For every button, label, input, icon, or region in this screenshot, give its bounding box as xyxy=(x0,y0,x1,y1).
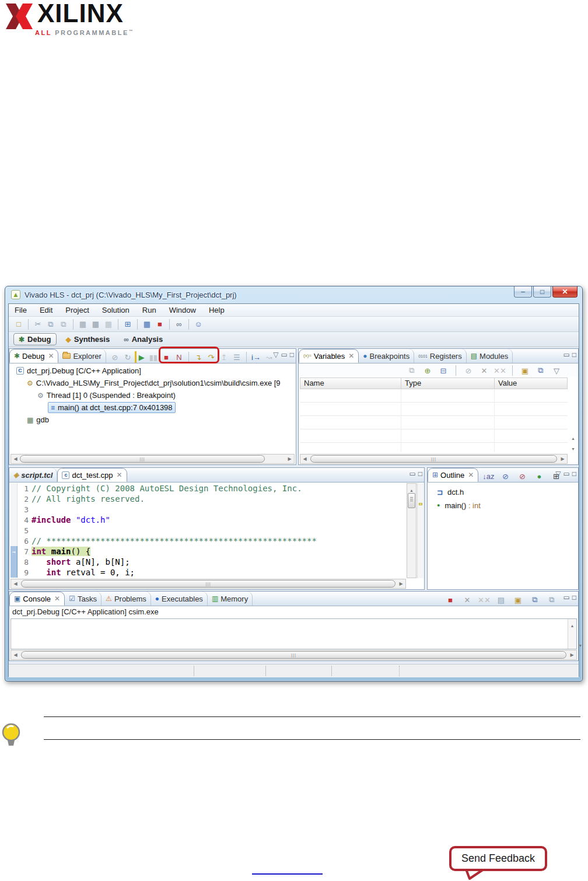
run-c-simulation-icon[interactable]: ▦ xyxy=(141,319,153,330)
scroll-left-icon[interactable]: ◀ xyxy=(11,653,20,658)
documentation-link[interactable] xyxy=(252,873,323,875)
variables-vertical-scrollbar[interactable]: ▲ ▼ xyxy=(569,432,578,453)
outline-tree[interactable]: ⊐ dct.h ● main() : int xyxy=(430,485,577,512)
terminate-icon[interactable]: ■ xyxy=(160,351,172,363)
view-menu-icon[interactable]: ▽ xyxy=(555,470,561,477)
debug-tree-item[interactable]: Cdct_prj.Debug [C/C++ Application] xyxy=(10,365,295,377)
tab-dct-test-cpp[interactable]: c dct_test.cpp ✕ xyxy=(57,468,127,482)
scroll-down-icon[interactable]: ▼ xyxy=(576,644,584,648)
resume-icon[interactable]: ▶ xyxy=(135,351,146,363)
save-as-icon[interactable]: ▦ xyxy=(103,319,114,330)
tab-memory[interactable]: ▥ Memory xyxy=(208,592,253,606)
resume-without-signal-icon[interactable]: ↻ xyxy=(122,351,134,363)
menu-file[interactable]: File xyxy=(15,306,27,314)
scrollbar-thumb[interactable] xyxy=(21,651,566,659)
clear-console-icon[interactable]: ▤ xyxy=(495,594,507,606)
scroll-left-icon[interactable]: ◀ xyxy=(11,582,20,586)
show-logical-structure-icon[interactable]: ⧉ xyxy=(406,365,418,376)
tab-console[interactable]: ▣ Console ✕ xyxy=(9,592,65,606)
tab-variables[interactable]: (x)= Variables ✕ xyxy=(299,349,359,363)
close-icon[interactable]: ✕ xyxy=(348,352,354,359)
hide-non-public-icon[interactable]: ● xyxy=(533,470,545,482)
remove-launch-icon[interactable]: ✕ xyxy=(461,594,473,606)
outline-item-dct-h[interactable]: ⊐ dct.h xyxy=(430,485,577,499)
tab-explorer[interactable]: Explorer xyxy=(58,349,106,363)
menu-window[interactable]: Window xyxy=(169,306,196,314)
scroll-up-icon[interactable]: ▲ xyxy=(571,436,575,440)
debug-launch-tree[interactable]: Cdct_prj.Debug [C/C++ Application]⚙C:\Vi… xyxy=(10,365,295,453)
debug-tree-item[interactable]: ⚙C:\Vivado_HLS\My_First_Project\dct_prj\… xyxy=(10,377,295,389)
editor-vertical-scrollbar[interactable]: ▲ ▼ xyxy=(407,483,416,578)
tab-modules[interactable]: ▤ Modules xyxy=(467,349,513,363)
step-into-icon[interactable]: ↴ xyxy=(192,351,204,363)
debug-tree-item[interactable]: ▦gdb xyxy=(10,414,295,426)
drop-to-frame-icon[interactable]: ☰ xyxy=(231,351,243,363)
editor-horizontal-scrollbar[interactable]: ◀ ▶ xyxy=(10,579,406,589)
menu-run[interactable]: Run xyxy=(142,306,156,314)
variables-table-body[interactable] xyxy=(300,389,568,452)
skip-all-breakpoints-icon[interactable]: ⊘ xyxy=(109,351,121,363)
tab-outline[interactable]: ⊞ Outline ✕ xyxy=(428,468,478,482)
send-feedback-button[interactable]: Send Feedback xyxy=(449,846,547,871)
scroll-right-icon[interactable]: ▶ xyxy=(397,582,405,586)
remove-all-terminated-icon[interactable]: ✕✕ xyxy=(478,594,490,606)
debug-horizontal-scrollbar[interactable]: ◀ ▶ xyxy=(10,454,295,464)
scrollbar-thumb[interactable] xyxy=(20,455,265,463)
step-over-icon[interactable]: ↷ xyxy=(205,351,217,363)
remove-selected-icon[interactable]: ✕ xyxy=(478,365,490,376)
step-return-icon[interactable]: ↥ xyxy=(218,351,230,363)
scroll-up-icon[interactable]: ▲ xyxy=(407,487,416,492)
perspective-analysis[interactable]: ∞ Analysis xyxy=(119,334,167,345)
close-icon[interactable]: ✕ xyxy=(48,352,54,359)
scroll-down-icon[interactable]: ▼ xyxy=(571,447,575,451)
add-watch-icon[interactable]: ⊕ xyxy=(422,365,433,376)
tab-debug[interactable]: ✱ Debug ✕ xyxy=(9,349,58,363)
maximize-icon[interactable]: □ xyxy=(572,470,576,477)
disable-selected-icon[interactable]: ⊘ xyxy=(463,365,474,376)
tab-executables[interactable]: ● Executables xyxy=(151,592,208,606)
selected-stack-frame[interactable]: ≡main() at dct_test.cpp:7 0x401398 xyxy=(48,402,176,413)
perspective-debug[interactable]: ✱ Debug xyxy=(13,333,57,345)
tab-script-tcl[interactable]: ◈ script.tcl xyxy=(9,468,57,482)
scrollbar-thumb[interactable] xyxy=(21,580,396,588)
tab-problems[interactable]: ⚠ Problems xyxy=(102,592,151,606)
remove-all-icon[interactable]: ✕✕ xyxy=(494,365,506,376)
debug-tree-item[interactable]: ≡main() at dct_test.cpp:7 0x401398 xyxy=(10,401,295,414)
new-view-icon[interactable]: ▣ xyxy=(519,365,531,376)
instruction-stepping-icon[interactable]: i→ xyxy=(250,351,262,363)
maximize-icon[interactable]: □ xyxy=(418,470,422,477)
cut-icon[interactable]: ✂ xyxy=(32,319,44,330)
terminate-icon[interactable]: ■ xyxy=(444,594,456,606)
window-minimize-button[interactable]: – xyxy=(514,286,532,298)
console-horizontal-scrollbar[interactable]: ◀ ▶ xyxy=(10,650,577,660)
view-menu-icon[interactable]: ▽ xyxy=(551,365,562,376)
close-icon[interactable]: ✕ xyxy=(54,595,60,602)
collapse-all-icon[interactable]: ⊟ xyxy=(438,365,449,376)
scroll-right-icon[interactable]: ▶ xyxy=(558,457,567,462)
variables-horizontal-scrollbar[interactable]: ◀ ▶ xyxy=(300,454,568,464)
close-icon[interactable]: ✕ xyxy=(117,471,123,478)
scroll-lock-icon[interactable]: ▣ xyxy=(512,594,524,606)
minimize-icon[interactable]: ▭ xyxy=(409,470,415,477)
maximize-icon[interactable]: □ xyxy=(290,351,294,358)
column-value[interactable]: Value xyxy=(495,378,567,389)
menu-edit[interactable]: Edit xyxy=(40,306,52,314)
menu-help[interactable]: Help xyxy=(209,306,225,314)
window-maximize-button[interactable]: □ xyxy=(533,286,551,298)
scrollbar-thumb[interactable] xyxy=(408,493,415,508)
editor-overview-ruler[interactable] xyxy=(417,483,424,578)
minimize-icon[interactable]: ▭ xyxy=(563,594,569,601)
minimize-icon[interactable]: ▭ xyxy=(281,351,287,358)
maximize-icon[interactable]: □ xyxy=(572,594,576,601)
disconnect-icon[interactable]: N xyxy=(173,351,185,363)
outline-item-main[interactable]: ● main() : int xyxy=(430,499,577,512)
hide-fields-icon[interactable]: ⊘ xyxy=(499,470,511,482)
pin-view-icon[interactable]: ⧉ xyxy=(535,365,547,376)
column-type[interactable]: Type xyxy=(401,378,495,389)
feedback-icon[interactable]: ☺ xyxy=(192,319,204,330)
scrollbar-thumb[interactable] xyxy=(310,455,557,463)
minimize-icon[interactable]: ▭ xyxy=(563,470,569,477)
debug-tree-item[interactable]: ⚙Thread [1] 0 (Suspended : Breakpoint) xyxy=(10,389,295,401)
copy-icon[interactable]: ⧉ xyxy=(45,319,57,330)
tab-breakpoints[interactable]: ● Breakpoints xyxy=(359,349,414,363)
